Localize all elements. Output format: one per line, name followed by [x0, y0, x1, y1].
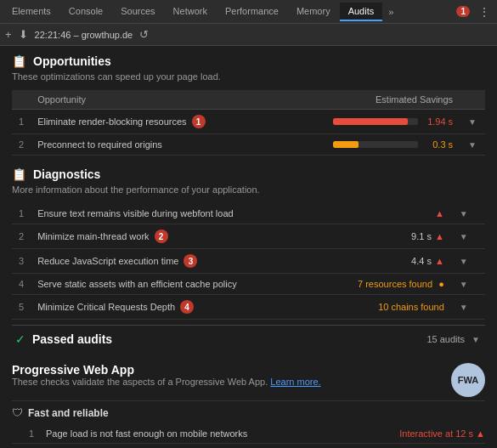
fast-row1-label: Page load is not fast enough on mobile n… — [46, 428, 399, 439]
row1-badge: 1 — [192, 115, 206, 128]
table-row: 2 Preconnect to required origins 0.3 s ▼ — [12, 134, 485, 156]
shield-icon: 🛡 — [12, 406, 23, 419]
diag-row2-badge: 2 — [155, 230, 168, 243]
col-savings-header: Estimated Savings — [278, 90, 460, 110]
diag-row5-num: 5 — [12, 295, 31, 320]
pwa-header-left: Progressive Web App These checks validat… — [12, 363, 321, 394]
passed-audits-section[interactable]: ✓ Passed audits 15 audits ▼ — [12, 325, 485, 353]
fast-row[interactable]: 1 Page load is not fast enough on mobile… — [12, 424, 485, 444]
diag-row3-label[interactable]: Reduce JavaScript execution time 3 — [31, 249, 317, 274]
tab-elements[interactable]: Elements — [3, 3, 59, 21]
passed-count: 15 audits — [426, 334, 465, 344]
diag-row4-label[interactable]: Serve static assets with an efficient ca… — [31, 274, 317, 295]
error-badge: 1 — [456, 6, 470, 17]
pwa-title: Progressive Web App — [12, 363, 321, 377]
fast-reliable-header: 🛡 Fast and reliable — [12, 400, 485, 419]
diagnostics-icon: 📋 — [12, 167, 26, 181]
download-icon[interactable]: ⬇ — [19, 28, 28, 41]
diagnostics-table: 1 Ensure text remains visible during web… — [12, 203, 485, 320]
row2-text: Preconnect to required origins — [37, 139, 162, 150]
timestamp-text: 22:21:46 – growthup.de — [35, 30, 133, 40]
add-icon[interactable]: + — [5, 28, 12, 41]
col-expand — [460, 90, 485, 110]
diag-row4-text: Serve static assets with an efficient ca… — [37, 279, 237, 289]
pwa-desc: These checks validate the aspects of a P… — [12, 377, 321, 387]
diag-row1-text: Ensure text remains visible during webfo… — [37, 208, 234, 218]
tab-performance[interactable]: Performance — [217, 3, 287, 21]
row2-label[interactable]: Preconnect to required origins — [31, 134, 278, 156]
diag-row1-chevron[interactable]: ▼ — [451, 203, 485, 224]
diag-row4-right: 7 resources found ● — [317, 274, 451, 295]
opportunities-icon: 📋 — [12, 54, 26, 68]
pwa-learn-more-link[interactable]: Learn more. — [270, 377, 320, 387]
row2-bar — [333, 141, 359, 148]
table-row: 1 Ensure text remains visible during web… — [12, 203, 485, 224]
pwa-section: Progressive Web App These checks validat… — [12, 363, 485, 444]
diagnostics-desc: More information about the performance o… — [12, 184, 485, 195]
tab-network[interactable]: Network — [165, 3, 216, 21]
warn-triangle-icon: ▲ — [435, 231, 444, 241]
diag-row2-label[interactable]: Minimize main-thread work 2 — [31, 224, 317, 249]
diag-row5-value: 10 chains found — [378, 302, 444, 312]
row1-label[interactable]: Eliminate render-blocking resources 1 — [31, 110, 278, 134]
orange-dot-icon: ● — [438, 279, 444, 289]
row2-bar-container — [333, 141, 418, 148]
diag-row4-num: 4 — [12, 274, 31, 295]
pwa-logo: FWA — [451, 363, 485, 397]
tab-memory[interactable]: Memory — [288, 3, 339, 21]
passed-right: 15 audits ▼ — [426, 334, 482, 344]
row2-savings: 0.3 s — [423, 139, 453, 150]
secondary-toolbar: + ⬇ 22:21:46 – growthup.de ↺ — [0, 24, 497, 46]
diag-row2-chevron[interactable]: ▼ — [451, 224, 485, 249]
fast-row1-num: 1 — [29, 428, 46, 439]
more-tabs-icon[interactable]: » — [383, 3, 398, 20]
diag-row2-num: 2 — [12, 224, 31, 249]
diag-row3-right: 4.4 s ▲ — [317, 249, 451, 274]
pwa-desc-text: These checks validate the aspects of a P… — [12, 377, 268, 387]
diag-row3-num: 3 — [12, 249, 31, 274]
diag-row2-right: 9.1 s ▲ — [317, 224, 451, 249]
tab-bar: Elements Console Sources Network Perform… — [3, 3, 398, 21]
diag-row1-label[interactable]: Ensure text remains visible during webfo… — [31, 203, 317, 224]
diagnostics-header: 📋 Diagnostics — [12, 167, 485, 181]
opportunities-title: Opportunities — [33, 54, 111, 68]
pwa-header: Progressive Web App These checks validat… — [12, 363, 485, 397]
tab-audits[interactable]: Audits — [340, 3, 383, 21]
diag-row5-text: Minimize Critical Requests Depth — [37, 302, 175, 312]
diag-row3-text: Reduce JavaScript execution time — [37, 256, 178, 266]
diag-row5-label[interactable]: Minimize Critical Requests Depth 4 — [31, 295, 317, 320]
row2-chevron[interactable]: ▼ — [460, 134, 485, 156]
row1-chevron[interactable]: ▼ — [460, 110, 485, 134]
passed-left: ✓ Passed audits — [15, 332, 112, 346]
col-num — [12, 90, 31, 110]
more-options-icon[interactable]: ⋮ — [475, 3, 494, 20]
row1-bar-container — [333, 118, 418, 125]
table-row: 3 Reduce JavaScript execution time 3 4.4… — [12, 249, 485, 274]
opportunities-table: Opportunity Estimated Savings 1 Eliminat… — [12, 90, 485, 156]
toolbar-right: 1 ⋮ — [456, 3, 494, 20]
diag-row3-chevron[interactable]: ▼ — [451, 249, 485, 274]
row2-num: 2 — [12, 134, 31, 156]
warn-triangle-icon: ▲ — [435, 208, 444, 218]
diag-row5-badge: 4 — [180, 300, 194, 314]
table-row: 2 Minimize main-thread work 2 9.1 s ▲ ▼ — [12, 224, 485, 249]
tab-sources[interactable]: Sources — [112, 3, 163, 21]
row1-savings-cell: 1.94 s — [278, 110, 460, 134]
diag-row2-text: Minimize main-thread work — [37, 231, 149, 241]
diag-row4-chevron[interactable]: ▼ — [451, 274, 485, 295]
col-opportunity-header: Opportunity — [31, 90, 278, 110]
row1-text: Eliminate render-blocking resources — [37, 116, 186, 127]
diag-row3-value: 4.4 s — [411, 256, 432, 266]
row1-bar — [333, 118, 408, 125]
reload-icon[interactable]: ↺ — [139, 28, 149, 41]
opportunities-header-row: Opportunity Estimated Savings — [12, 90, 485, 110]
diag-row5-chevron[interactable]: ▼ — [451, 295, 485, 320]
table-row: 1 Eliminate render-blocking resources 1 … — [12, 110, 485, 134]
checkmark-icon: ✓ — [15, 332, 25, 346]
passed-chevron-icon[interactable]: ▼ — [470, 335, 482, 344]
row1-num: 1 — [12, 110, 31, 134]
table-row: 5 Minimize Critical Requests Depth 4 10 … — [12, 295, 485, 320]
table-row: 4 Serve static assets with an efficient … — [12, 274, 485, 295]
tab-console[interactable]: Console — [60, 3, 111, 21]
fast-row1-right: Interactive at 12 s ▲ — [399, 428, 485, 439]
